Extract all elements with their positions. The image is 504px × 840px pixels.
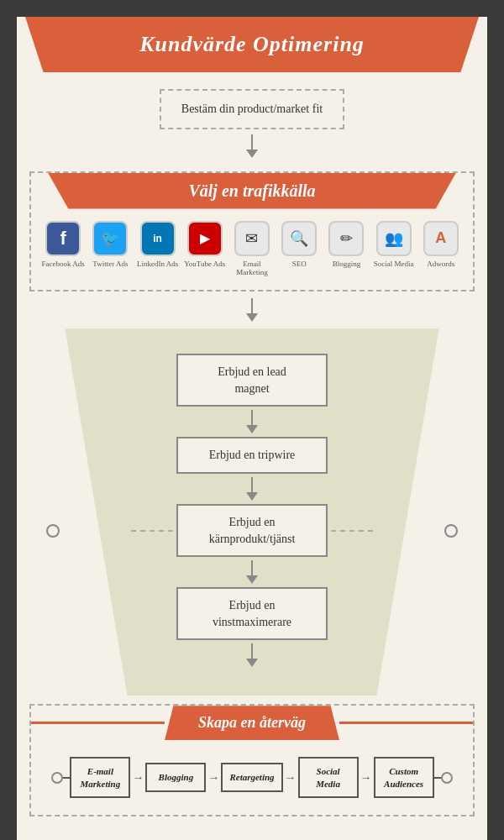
lead-magnet-box: Erbjud en lead magnet xyxy=(176,354,328,407)
page-wrapper: Kundvärde Optimering Bestäm din product/… xyxy=(17,17,487,840)
left-dashed xyxy=(131,530,173,532)
adwords-icon: A xyxy=(423,221,459,256)
return-line-left xyxy=(31,722,165,724)
adwords-label: Adwords xyxy=(427,260,454,269)
connector-3 xyxy=(246,560,258,584)
traffic-icon-facebook: f Facebook Ads xyxy=(40,221,86,269)
core-product-box: Erbjud en kärnprodukt/tjänst xyxy=(176,504,328,557)
youtube-label: YouTube Ads xyxy=(184,260,225,269)
arrow-line xyxy=(251,298,253,313)
return-section: Skapa en återväg E-mail Marketing → Blog… xyxy=(29,704,475,816)
facebook-label: Facebook Ads xyxy=(41,260,84,269)
twitter-label: Twitter Ads xyxy=(92,260,128,269)
funnel-container: Erbjud en lead magnet Erbjud en tripwire… xyxy=(29,328,475,696)
youtube-icon: ▶ xyxy=(187,221,223,256)
funnel-content: Erbjud en lead magnet Erbjud en tripwire… xyxy=(29,328,475,696)
connector-2 xyxy=(246,477,258,501)
connector-4 xyxy=(246,643,258,667)
linkedin-icon: in xyxy=(140,221,176,256)
return-line-1 xyxy=(63,777,70,779)
right-circle xyxy=(444,524,458,538)
return-arrow-1: → xyxy=(130,771,145,785)
traffic-icon-linkedin: in LinkedIn Ads xyxy=(135,221,181,269)
traffic-title: Välj en trafikkälla xyxy=(81,181,423,201)
product-market-fit-box: Bestäm din product/market fit xyxy=(160,89,344,129)
return-arrow-2: → xyxy=(206,771,221,785)
facebook-icon: f xyxy=(45,221,81,256)
return-blogging-box: Blogging xyxy=(145,763,206,791)
arrow-head xyxy=(246,150,258,158)
linkedin-label: LinkedIn Ads xyxy=(137,260,178,269)
return-retargeting-box: Retargeting xyxy=(221,763,282,791)
email-label: Email Marketing xyxy=(229,260,275,278)
blogging-icon: ✏ xyxy=(328,221,364,256)
return-line-2 xyxy=(434,777,441,779)
return-custom-box: Custom Audiences xyxy=(374,757,434,798)
return-banner-container: Skapa en återväg xyxy=(31,706,473,740)
social-icon: 👥 xyxy=(376,221,412,256)
core-row: Erbjud en kärnprodukt/tjänst xyxy=(29,504,475,557)
traffic-icon-social: 👥 Social Media xyxy=(371,221,417,269)
funnel-section: Erbjud en lead magnet Erbjud en tripwire… xyxy=(29,328,475,696)
seo-label: SEO xyxy=(292,260,307,269)
return-email-box: E-mail Marketing xyxy=(70,757,130,798)
page-title: Kundvärde Optimering xyxy=(59,32,445,57)
email-icon: ✉ xyxy=(234,221,270,256)
traffic-icon-youtube: ▶ YouTube Ads xyxy=(182,221,228,269)
traffic-banner: Välj en trafikkälla xyxy=(48,173,456,209)
return-title: Skapa en återväg xyxy=(198,714,306,731)
traffic-section: Välj en trafikkälla f Facebook Ads 🐦 Twi… xyxy=(29,171,475,292)
connector-1 xyxy=(246,410,258,433)
return-social-box: Social Media xyxy=(298,757,359,798)
seo-icon: 🔍 xyxy=(281,221,317,256)
left-circle xyxy=(46,524,60,538)
return-path-row: E-mail Marketing → Blogging → Retargetin… xyxy=(44,757,460,798)
tripwire-box: Erbjud en tripwire xyxy=(176,437,328,474)
header-banner: Kundvärde Optimering xyxy=(25,17,479,72)
traffic-icon-blogging: ✏ Blogging xyxy=(323,221,369,269)
profit-box: Erbjud en vinstmaximerare xyxy=(176,587,328,640)
return-line-right xyxy=(339,722,473,724)
top-section: Bestäm din product/market fit xyxy=(17,72,487,171)
top-arrow xyxy=(246,134,258,158)
return-circle-left xyxy=(51,772,63,784)
traffic-icon-twitter: 🐦 Twitter Ads xyxy=(87,221,133,269)
traffic-icons-row: f Facebook Ads 🐦 Twitter Ads in LinkedIn… xyxy=(31,221,473,278)
return-arrow-3: → xyxy=(283,771,298,785)
return-banner: Skapa en återväg xyxy=(165,706,339,740)
traffic-icon-adwords: A Adwords xyxy=(418,221,464,269)
blogging-label: Blogging xyxy=(333,260,361,269)
arrow-line xyxy=(251,134,253,150)
twitter-icon: 🐦 xyxy=(92,221,128,256)
return-arrow-4: → xyxy=(359,771,374,785)
social-label: Social Media xyxy=(374,260,414,269)
traffic-to-funnel-arrow xyxy=(17,298,487,322)
right-dashed xyxy=(331,530,373,532)
return-circle-right xyxy=(441,772,453,784)
traffic-icon-email: ✉ Email Marketing xyxy=(229,221,275,278)
arrow-head xyxy=(246,313,258,322)
traffic-icon-seo: 🔍 SEO xyxy=(276,221,322,269)
